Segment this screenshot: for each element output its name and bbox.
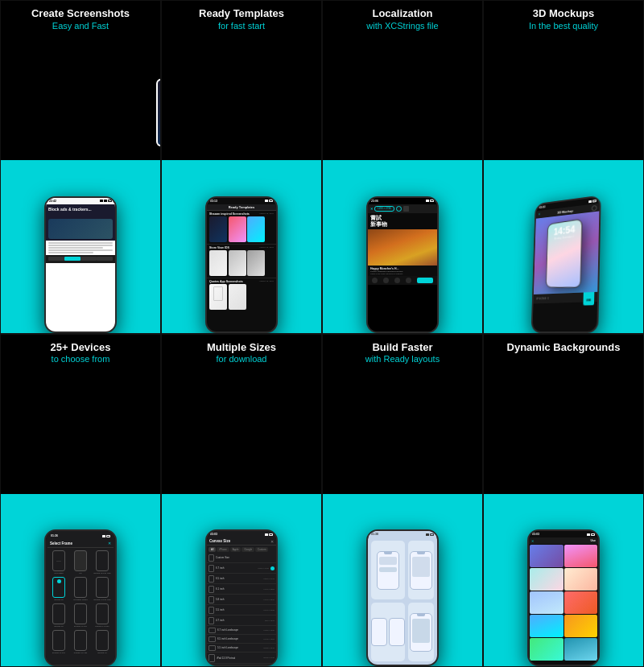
food-image: [368, 229, 437, 266]
signal-5: [102, 535, 105, 537]
layout-phone-4: [410, 613, 432, 652]
thumb-2b: [229, 250, 246, 276]
size-67: 6.7 inch 1290 x 2796: [207, 563, 276, 574]
battery-3: [430, 200, 434, 202]
cell-7-title: Build Faster: [328, 341, 477, 354]
layout-screen-content-1: [379, 557, 397, 565]
cell-6-phone-area: 03:03 Canvas Size ✕ All iPhone: [162, 368, 321, 666]
template-thumbs-1: [209, 216, 274, 242]
67l-label: 6.7 inch Landscape: [217, 628, 263, 632]
signal-icon: [100, 200, 103, 202]
ipad-dims: 2048 x 2732: [263, 657, 275, 659]
bg-swatch-6: [564, 591, 598, 614]
14-outline: [96, 630, 109, 651]
cell-3-title: Localization: [328, 7, 477, 20]
template-date-2: August 18, 2024: [259, 246, 274, 249]
67-dims: 1290 x 2796: [258, 567, 269, 570]
status-bar-8: 03:03: [529, 531, 598, 537]
ipad-icon: [208, 654, 215, 662]
16-outline: [52, 603, 65, 624]
cell-4-title: 3D Mockups: [489, 7, 638, 20]
cell-localization: Localization with XCStrings file 23:06 ✕: [322, 0, 483, 334]
article-headline: Block ads & trackers...: [48, 207, 113, 212]
65l-icon: [208, 636, 216, 642]
mockup-display: 14:54 Monday, December 1: [534, 211, 599, 294]
cell-6-subtitle: for download: [167, 353, 316, 364]
bg-swatch-7: [530, 615, 564, 637]
size-61: 6.1 inch 1170 x 2556: [207, 584, 276, 595]
sizes-screen: 03:03 Canvas Size ✕ All iPhone: [207, 531, 276, 665]
active-dot: [57, 579, 61, 583]
app-grid: Create Screenshots Easy and Fast 22:42: [0, 0, 644, 667]
signal-6: [265, 533, 268, 536]
template-item-1: Shazam inspired Screenshots August 18, 2…: [207, 211, 276, 245]
status-icons-4: [588, 199, 597, 202]
mockup-x: ✕: [538, 212, 540, 216]
no-frame-outline: —: [52, 550, 65, 571]
device-label-4: iPhone 15: [54, 599, 63, 601]
battery-6: [269, 533, 273, 536]
bg-top-bar: ✕ Use: [529, 537, 598, 544]
size-65l: 6.5 inch Landscape 2778 x 1284: [207, 635, 276, 644]
device-label-9: iPhone 14 Plus: [96, 625, 109, 628]
signal-7: [426, 533, 429, 536]
65l-dims: 2778 x 1284: [263, 638, 275, 640]
14promax-outline: [96, 577, 109, 598]
main-phone-7: 01:38: [366, 529, 439, 666]
battery-4: [592, 199, 597, 202]
size-custom: Custom Size: [207, 553, 276, 563]
cell-6-title: Multiple Sizes: [167, 341, 316, 354]
cell-1-subtitle: Easy and Fast: [6, 20, 155, 31]
layout-phone-3a: [371, 618, 387, 646]
status-bar-1: 22:42: [46, 198, 115, 204]
template-header-1: Shazam inspired Screenshots August 18, 2…: [209, 212, 274, 216]
battery-8: [591, 533, 595, 536]
device-label-8: iPhone 14 Pro: [74, 625, 87, 628]
thumb-2c: [247, 250, 265, 276]
template-header-3: Quotes App Screenshots August 18, 2024: [209, 280, 274, 283]
61-label: 6.1 inch: [216, 587, 263, 591]
status-icons-7: [426, 533, 434, 536]
cell-1-phone-area: 22:42 Block ads & trackers...: [1, 35, 160, 333]
bg-x-btn: ✕: [531, 539, 534, 543]
47-dims: 750 x 1334: [265, 620, 275, 622]
cell-dynamic-backgrounds: Dynamic Backgrounds 03:03 ✕ Use: [483, 334, 644, 668]
55-icon: [208, 607, 214, 614]
battery-icon: [108, 200, 112, 202]
67l-icon: [208, 628, 216, 633]
55l-dims: 2208 x 1242: [263, 647, 275, 649]
thumb-2a: [209, 250, 227, 276]
cell-2-header: Ready Templates for fast start: [162, 1, 321, 35]
filter-tabs: All iPhone Apple Google Custom: [207, 546, 276, 553]
filter-custom: Custom: [255, 547, 268, 552]
cell-ready-templates: Ready Templates for fast start 03:13 Rea…: [161, 0, 322, 334]
main-phone-6: 03:03 Canvas Size ✕ All iPhone: [205, 529, 278, 666]
layout-phone-1: [377, 551, 399, 590]
device-grid: — No Frame SS iPhone 15 Pro Max: [47, 548, 114, 657]
ss-outline: [74, 550, 87, 571]
cell-5-title: 25+ Devices: [6, 341, 155, 354]
main-phone-3: 23:06 ✕ 1290 × 2796: [366, 196, 439, 333]
layout-screen-4: [412, 619, 430, 643]
layout-phone-3b: [389, 618, 405, 646]
device-14pro: iPhone 14 Pro: [71, 603, 90, 628]
sports-image: [48, 219, 113, 239]
layout-img-2: [412, 557, 430, 577]
55-dims: 1242 x 2208: [263, 609, 275, 611]
article-body: [46, 241, 115, 255]
67-check: [270, 566, 275, 570]
main-phone-1: 22:42 Block ads & trackers...: [44, 196, 117, 333]
cell-8-title: Dynamic Backgrounds: [489, 341, 638, 354]
action-btn-2: [383, 278, 389, 283]
bg-swatch-3: [530, 568, 564, 591]
55l-icon: [208, 645, 216, 651]
canvas-close-btn: ✕: [270, 539, 274, 544]
cell-3d-mockups: 3D Mockups In the best quality 03:03 ✕ 3…: [483, 0, 644, 334]
wifi-icon: [104, 200, 107, 202]
status-icons-3: [426, 200, 434, 202]
device-14: iPhone 14: [93, 630, 112, 654]
cell-2-title: Ready Templates: [167, 7, 316, 20]
status-icons-8: [587, 533, 595, 536]
signal-3: [426, 200, 429, 202]
status-icons-5: [102, 535, 110, 537]
